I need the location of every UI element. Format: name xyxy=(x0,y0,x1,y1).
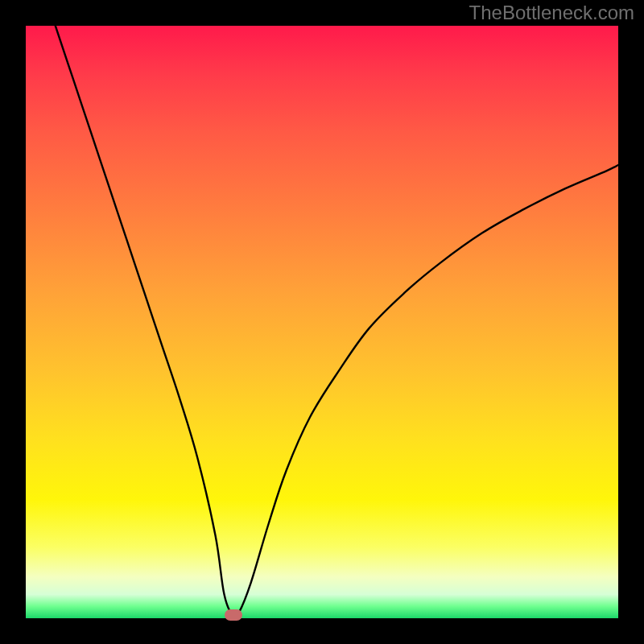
plot-area xyxy=(26,26,618,618)
optimal-point-marker xyxy=(225,609,242,621)
curve-path xyxy=(56,26,618,617)
watermark-text: TheBottleneck.com xyxy=(469,2,634,24)
bottleneck-curve xyxy=(26,26,618,618)
chart-frame: TheBottleneck.com xyxy=(0,0,644,644)
